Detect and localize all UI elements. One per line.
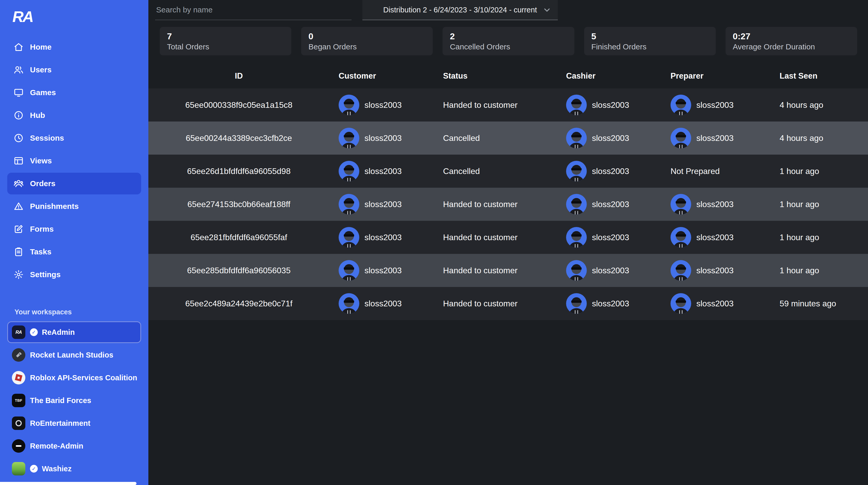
table-row[interactable]: 65ee274153bc0b66eaf188ffsloss2003Handed …: [148, 188, 868, 221]
sidebar-item-games[interactable]: Games: [7, 82, 141, 103]
stat-label: Began Orders: [308, 42, 426, 51]
table-row[interactable]: 65ee26d1bfdfdf6a96055d98sloss2003Cancell…: [148, 155, 868, 188]
cashier-cell: sloss2003: [557, 161, 660, 181]
stat-card-cancelled-orders: 2Cancelled Orders: [442, 27, 574, 55]
sidebar-item-punishments[interactable]: Punishments: [7, 195, 141, 217]
readmin-workspace-icon: RA: [12, 326, 25, 339]
customer-name: sloss2003: [365, 133, 402, 143]
sidebar-item-hub[interactable]: Hub: [7, 104, 141, 126]
customer-name: sloss2003: [365, 200, 402, 209]
stat-label: Average Order Duration: [733, 42, 850, 51]
table-row[interactable]: 65ee281fbfdfdf6a96055fafsloss2003Handed …: [148, 221, 868, 254]
customer-cell: sloss2003: [329, 128, 438, 148]
customer-cell: sloss2003: [329, 260, 438, 281]
column-header-id: ID: [148, 71, 329, 81]
preparer-name: sloss2003: [696, 266, 734, 275]
search-input[interactable]: [155, 0, 351, 20]
sidebar-item-views[interactable]: Views: [7, 150, 141, 172]
sidebar-item-label: Orders: [30, 179, 55, 188]
workspace-label: Remote-Admin: [30, 442, 83, 450]
sidebar-item-label: Games: [30, 88, 56, 97]
customer-cell: sloss2003: [329, 194, 438, 215]
customer-avatar: [339, 95, 359, 115]
table-row[interactable]: 65ee0000338f9c05ea1a15c8sloss2003Handed …: [148, 88, 868, 122]
cashier-cell: sloss2003: [557, 227, 660, 248]
sidebar-item-sessions[interactable]: Sessions: [7, 127, 141, 149]
washiez-workspace-icon: [12, 462, 25, 476]
distribution-selector[interactable]: Distribution 2 - 6/24/2023 - 3/10/2024 -…: [363, 0, 558, 20]
column-header-preparer: Preparer: [660, 71, 770, 81]
customer-name: sloss2003: [365, 299, 402, 308]
sidebar-item-label: Sessions: [30, 134, 64, 143]
app-window: RA HomeUsersGamesHubSessionsViewsOrdersP…: [0, 0, 868, 485]
cashier-name: sloss2003: [592, 266, 629, 275]
order-id: 65ee2c489a24439e2be0c71f: [148, 299, 329, 308]
sidebar-item-label: Users: [30, 65, 52, 74]
app-logo[interactable]: RA: [12, 5, 148, 28]
cashier-name: sloss2003: [592, 100, 629, 110]
sidebar-item-users[interactable]: Users: [7, 59, 141, 81]
sidebar-scrollbar[interactable]: [0, 482, 136, 485]
cashier-cell: sloss2003: [557, 95, 660, 115]
table-body: 65ee0000338f9c05ea1a15c8sloss2003Handed …: [148, 88, 868, 320]
views-icon: [13, 156, 24, 166]
order-status: Cancelled: [438, 133, 557, 143]
cashier-name: sloss2003: [592, 166, 629, 176]
sidebar-item-settings[interactable]: Settings: [7, 264, 141, 285]
stat-value: 0: [308, 31, 426, 41]
stat-card-began-orders: 0Began Orders: [301, 27, 433, 55]
table-row[interactable]: 65ee285dbfdfdf6a96056035sloss2003Handed …: [148, 254, 868, 287]
cashier-avatar: [566, 95, 587, 115]
last-seen: 1 hour ago: [770, 266, 868, 275]
table-row[interactable]: 65ee2c489a24439e2be0c71fsloss2003Handed …: [148, 287, 868, 320]
sidebar-item-orders[interactable]: Orders: [7, 173, 141, 194]
verified-badge-icon: ✓: [30, 465, 38, 473]
workspace-item-washiez[interactable]: ✓Washiez: [7, 458, 141, 480]
order-status: Handed to customer: [438, 299, 557, 308]
sidebar-item-tasks[interactable]: Tasks: [7, 241, 141, 263]
column-header-last-seen: Last Seen: [770, 71, 868, 81]
sidebar-item-forms[interactable]: Forms: [7, 218, 141, 240]
order-id: 65ee285dbfdfdf6a96056035: [148, 266, 329, 275]
stats-row: 7Total Orders0Began Orders2Cancelled Ord…: [160, 27, 857, 55]
stat-value: 2: [450, 31, 567, 41]
customer-avatar: [339, 260, 359, 281]
preparer-avatar: [671, 260, 691, 281]
last-seen: 1 hour ago: [770, 166, 868, 176]
workspace-item-remote-admin[interactable]: Remote-Admin: [7, 435, 141, 457]
chevron-down-icon: [543, 6, 551, 13]
sidebar-item-label: Punishments: [30, 202, 79, 211]
workspace-item-roentertainment[interactable]: RoEntertainment: [7, 412, 141, 434]
sidebar-item-home[interactable]: Home: [7, 36, 141, 58]
preparer-cell: sloss2003: [660, 227, 770, 248]
customer-name: sloss2003: [365, 266, 402, 275]
stat-value: 5: [591, 31, 709, 41]
verified-badge-icon: ✓: [30, 328, 38, 336]
the-barid-forces-workspace-icon: TBF: [12, 394, 25, 407]
sidebar-item-label: Forms: [30, 225, 54, 234]
workspace-item-roblox-api-services-coalition[interactable]: Roblox API-Services Coalition: [7, 367, 141, 389]
column-header-cashier: Cashier: [557, 71, 660, 81]
workspace-label: Washiez: [42, 464, 71, 473]
workspace-label: The Barid Forces: [30, 396, 91, 405]
roentertainment-workspace-icon: [12, 417, 25, 430]
table-row[interactable]: 65ee00244a3389cec3cfb2cesloss2003Cancell…: [148, 122, 868, 155]
workspace-item-readmin[interactable]: RA✓ReAdmin: [7, 321, 141, 343]
workspace-item-rocket-launch-studios[interactable]: Rocket Launch Studios: [7, 344, 141, 366]
order-status: Cancelled: [438, 166, 557, 176]
preparer-cell: sloss2003: [660, 260, 770, 281]
preparer-avatar: [671, 227, 691, 248]
preparer-name: sloss2003: [696, 200, 734, 209]
workspace-label: RoEntertainment: [30, 419, 90, 428]
cashier-avatar: [566, 227, 587, 248]
users-icon: [13, 65, 24, 75]
orders-icon: [13, 178, 24, 189]
column-header-customer: Customer: [329, 71, 438, 81]
last-seen: 4 hours ago: [770, 133, 868, 143]
cashier-cell: sloss2003: [557, 293, 660, 314]
remote-admin-workspace-icon: [12, 439, 25, 453]
customer-cell: sloss2003: [329, 293, 438, 314]
workspace-item-the-barid-forces[interactable]: TBFThe Barid Forces: [7, 390, 141, 411]
settings-icon: [13, 269, 24, 280]
customer-avatar: [339, 194, 359, 215]
